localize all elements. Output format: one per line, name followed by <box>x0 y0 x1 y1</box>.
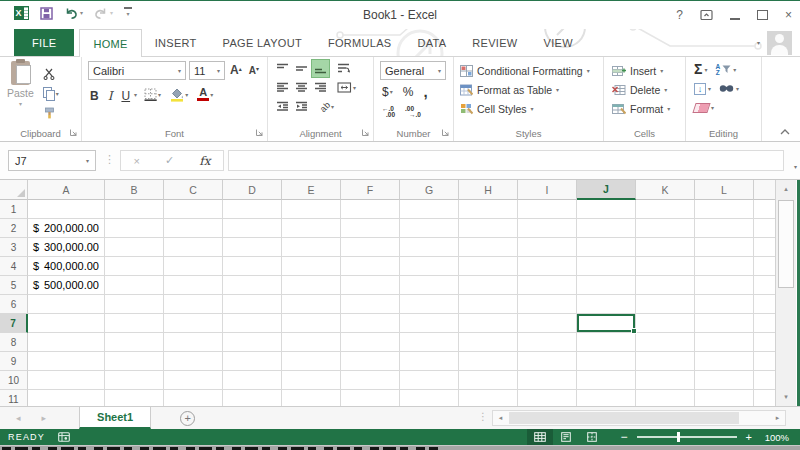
percent-style-button[interactable]: % <box>401 83 416 100</box>
cell-J4[interactable] <box>577 257 636 276</box>
decrease-decimal-button[interactable]: .00→.0 <box>403 103 423 120</box>
cell-A1[interactable] <box>28 200 105 219</box>
column-header-G[interactable]: G <box>400 180 459 200</box>
wrap-text-button[interactable] <box>335 60 352 77</box>
sheet-nav-right-icon[interactable]: ▸ <box>42 413 47 423</box>
paste-button[interactable]: Paste ▾ <box>7 61 34 122</box>
cell-C4[interactable] <box>164 257 223 276</box>
row-header-1[interactable]: 1 <box>0 200 28 219</box>
cell-H4[interactable] <box>459 257 518 276</box>
bold-button[interactable]: B <box>88 87 101 103</box>
cell-G1[interactable] <box>400 200 459 219</box>
sign-in-caret-icon[interactable]: ▾ <box>757 40 760 46</box>
cell-I5[interactable] <box>518 276 577 295</box>
cell-G2[interactable] <box>400 219 459 238</box>
cell-L10[interactable] <box>695 371 754 390</box>
cell-L5[interactable] <box>695 276 754 295</box>
cell-G9[interactable] <box>400 352 459 371</box>
ribbon-tab-data[interactable]: DATA <box>404 29 459 56</box>
cell-C8[interactable] <box>164 333 223 352</box>
row-header-6[interactable]: 6 <box>0 295 28 314</box>
cell-styles-button[interactable]: Cell Styles ▾ <box>460 99 534 118</box>
cell-C7[interactable] <box>164 314 223 333</box>
cell-J1[interactable] <box>577 200 636 219</box>
cell-I8[interactable] <box>518 333 577 352</box>
borders-button[interactable]: ▾ <box>142 86 163 103</box>
cell-D10[interactable] <box>223 371 282 390</box>
cell-D11[interactable] <box>223 390 282 406</box>
align-middle-button[interactable] <box>293 60 310 77</box>
cell-F1[interactable] <box>341 200 400 219</box>
font-size-combo[interactable]: 11 ▾ <box>189 61 225 80</box>
cell-K1[interactable] <box>636 200 695 219</box>
cell-B4[interactable] <box>105 257 164 276</box>
cut-button[interactable] <box>41 65 61 82</box>
row-header-2[interactable]: 2 <box>0 219 28 238</box>
vertical-scrollbar[interactable]: ▴ ▾ <box>775 180 796 406</box>
decrease-indent-button[interactable] <box>274 98 291 115</box>
ribbon-tab-home[interactable]: HOME <box>79 29 141 57</box>
cell-D1[interactable] <box>223 200 282 219</box>
cell-F2[interactable] <box>341 219 400 238</box>
align-right-button[interactable] <box>312 79 329 96</box>
cell-H3[interactable] <box>459 238 518 257</box>
cell-B9[interactable] <box>105 352 164 371</box>
row-header-10[interactable]: 10 <box>0 371 28 390</box>
cell-I1[interactable] <box>518 200 577 219</box>
autosum-button[interactable]: Σ ▾ <box>694 63 707 76</box>
ribbon-display-options-button[interactable] <box>700 9 713 21</box>
underline-caret-icon[interactable]: ▾ <box>134 92 137 98</box>
cell-A5[interactable]: $500,000.00 <box>28 276 105 295</box>
cell-A8[interactable] <box>28 333 105 352</box>
zoom-level[interactable]: 100% <box>761 432 789 443</box>
alignment-dialog-launcher[interactable] <box>361 128 370 137</box>
font-color-button[interactable]: A ▾ <box>195 86 215 103</box>
column-header-I[interactable]: I <box>518 180 577 200</box>
cell-A4[interactable]: $400,000.00 <box>28 257 105 276</box>
align-bottom-button[interactable] <box>312 60 329 77</box>
font-dialog-launcher[interactable] <box>255 128 264 137</box>
cell-G5[interactable] <box>400 276 459 295</box>
cell-H10[interactable] <box>459 371 518 390</box>
collapse-ribbon-button[interactable] <box>780 129 790 135</box>
column-header-K[interactable]: K <box>636 180 695 200</box>
cell-F5[interactable] <box>341 276 400 295</box>
cell-E4[interactable] <box>282 257 341 276</box>
tab-scroll-splitter[interactable]: ⋮ <box>478 411 488 422</box>
cell-G10[interactable] <box>400 371 459 390</box>
cell-K2[interactable] <box>636 219 695 238</box>
column-header-B[interactable]: B <box>105 180 164 200</box>
cell-L9[interactable] <box>695 352 754 371</box>
cell-F6[interactable] <box>341 295 400 314</box>
formula-input[interactable] <box>228 150 784 171</box>
cell-F7[interactable] <box>341 314 400 333</box>
column-header-A[interactable]: A <box>28 180 105 200</box>
merge-center-button[interactable]: ▾ <box>335 79 358 96</box>
cell-K9[interactable] <box>636 352 695 371</box>
column-header-C[interactable]: C <box>164 180 223 200</box>
cell-C2[interactable] <box>164 219 223 238</box>
cell-J3[interactable] <box>577 238 636 257</box>
cell-A3[interactable]: $300,000.00 <box>28 238 105 257</box>
cell-L1[interactable] <box>695 200 754 219</box>
cell-H8[interactable] <box>459 333 518 352</box>
redo-button[interactable]: ▾ <box>94 7 113 19</box>
enter-button[interactable]: ✓ <box>165 154 174 167</box>
cell-A9[interactable] <box>28 352 105 371</box>
cell-I6[interactable] <box>518 295 577 314</box>
cell-L2[interactable] <box>695 219 754 238</box>
zoom-in-button[interactable]: + <box>746 432 752 442</box>
cell-E7[interactable] <box>282 314 341 333</box>
customize-qat-button[interactable]: ▾ <box>124 7 132 20</box>
cell-K10[interactable] <box>636 371 695 390</box>
horizontal-scrollbar-thumb[interactable] <box>509 412 739 424</box>
row-header-11[interactable]: 11 <box>0 390 28 406</box>
cell-G8[interactable] <box>400 333 459 352</box>
cell-L8[interactable] <box>695 333 754 352</box>
cell-A2[interactable]: $200,000.00 <box>28 219 105 238</box>
save-button[interactable] <box>40 7 53 20</box>
cell-E5[interactable] <box>282 276 341 295</box>
column-header-J[interactable]: J <box>577 180 636 200</box>
cell-F9[interactable] <box>341 352 400 371</box>
cell-B8[interactable] <box>105 333 164 352</box>
